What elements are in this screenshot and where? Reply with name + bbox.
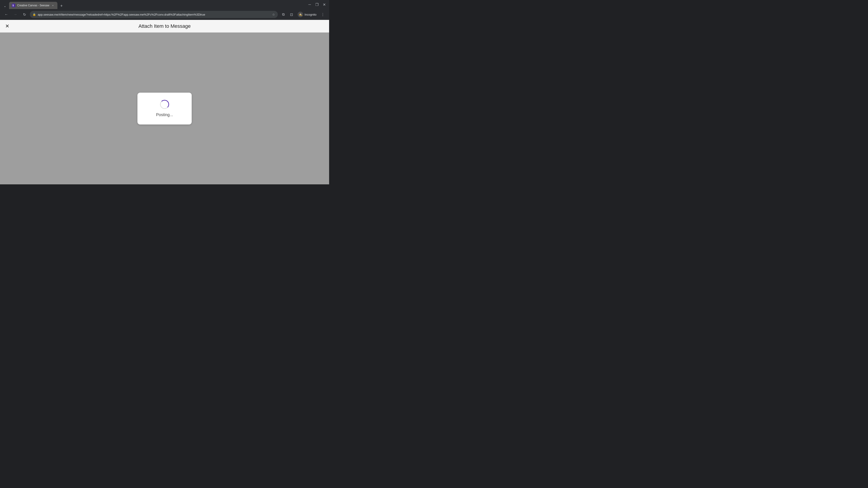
tab-list-button[interactable]: ⌄ bbox=[2, 3, 8, 9]
reload-button[interactable]: ↻ bbox=[21, 11, 28, 18]
incognito-icon: 🕵 bbox=[298, 12, 303, 17]
title-bar: ⌄ S Creative Canvas - Seesaw × + ─ ❐ ✕ bbox=[0, 0, 329, 9]
page-content: ✕ Attach Item to Message Posting... bbox=[0, 20, 329, 184]
posting-text: Posting... bbox=[156, 112, 173, 117]
minimize-button[interactable]: ─ bbox=[307, 1, 313, 8]
profile-label: Incognito bbox=[305, 13, 316, 16]
profile-button[interactable]: 🕵 Incognito bbox=[296, 11, 318, 18]
address-bar[interactable]: 🔒 app.seesaw.me/#/item/new/message?reloa… bbox=[30, 11, 278, 18]
tab-close-button[interactable]: × bbox=[51, 4, 55, 7]
close-button[interactable]: ✕ bbox=[321, 1, 327, 8]
back-button[interactable]: ← bbox=[3, 11, 10, 18]
tab-favicon: S bbox=[12, 4, 16, 7]
close-page-button[interactable]: ✕ bbox=[4, 23, 11, 30]
loading-area: Posting... bbox=[0, 33, 329, 184]
nav-bar: ← → ↻ 🔒 app.seesaw.me/#/item/new/message… bbox=[0, 9, 329, 20]
browser-chrome: ⌄ S Creative Canvas - Seesaw × + ─ ❐ ✕ ←… bbox=[0, 0, 329, 20]
window-controls: ─ ❐ ✕ bbox=[307, 1, 327, 8]
active-tab[interactable]: S Creative Canvas - Seesaw × bbox=[9, 2, 57, 9]
forward-button: → bbox=[12, 11, 19, 18]
restore-button[interactable]: ❐ bbox=[314, 1, 320, 8]
nav-right-buttons: ⧉ ⊡ 🕵 Incognito ⋮ bbox=[280, 11, 327, 18]
svg-text:S: S bbox=[12, 4, 14, 7]
tab-title: Creative Canvas - Seesaw bbox=[17, 4, 49, 7]
split-button[interactable]: ⊡ bbox=[288, 11, 295, 18]
bookmark-star-icon[interactable]: ☆ bbox=[272, 13, 275, 16]
new-tab-button[interactable]: + bbox=[58, 3, 65, 9]
page-top-bar: ✕ Attach Item to Message bbox=[0, 20, 329, 33]
page-title: Attach Item to Message bbox=[138, 23, 191, 29]
extensions-button[interactable]: ⧉ bbox=[280, 11, 287, 18]
lock-icon: 🔒 bbox=[33, 13, 36, 16]
posting-card: Posting... bbox=[137, 93, 192, 125]
tab-strip: ⌄ S Creative Canvas - Seesaw × + bbox=[2, 0, 305, 9]
address-text: app.seesaw.me/#/item/new/message?reloade… bbox=[38, 13, 270, 16]
loading-spinner bbox=[160, 100, 169, 109]
menu-button[interactable]: ⋮ bbox=[319, 11, 327, 18]
